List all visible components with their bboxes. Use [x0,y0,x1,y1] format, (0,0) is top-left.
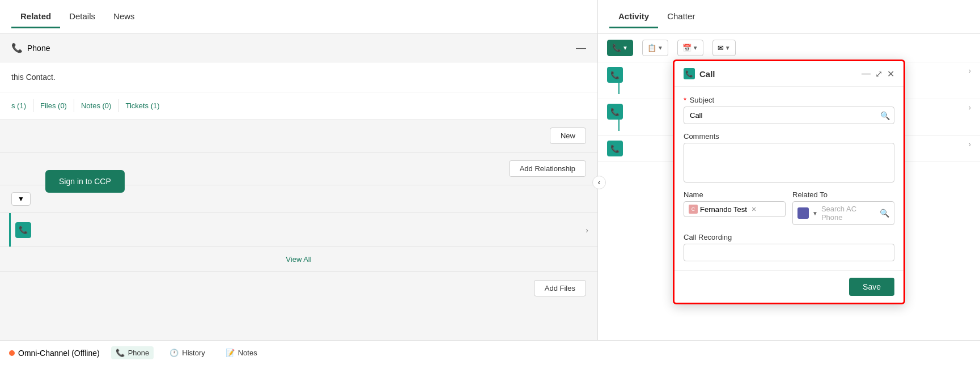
related-to-type-icon [797,207,809,219]
call-recording-label: Call Recording [684,233,894,241]
bottom-notes-tab[interactable]: 📝 Notes [221,346,262,359]
add-files-button[interactable]: Add Files [534,280,586,296]
name-related-row: Name C Fernando Test × Related To [684,190,894,225]
call-dialog-header: 📞 Call — ⤢ ✕ [674,61,903,87]
related-to-input[interactable]: ▼ Search AC Phone 🔍 [792,201,894,225]
activity-icon-1: 📞 [15,222,31,238]
bottom-history-tab[interactable]: 🕐 History [165,346,209,359]
tab-news[interactable]: News [104,6,144,28]
section-tab-files[interactable]: Files (0) [33,99,74,112]
section-tab-notes[interactable]: Notes (0) [74,99,118,112]
comments-field: Comments [684,132,894,182]
task-chevron-icon: ▼ [657,45,663,51]
subject-label: * Subject [684,96,894,104]
subject-input-wrapper: 🔍 [684,107,894,124]
view-all-link[interactable]: View All [286,255,311,264]
bottom-phone-tab[interactable]: 📞 Phone [111,346,154,359]
activity-toolbar: 📞 ▼ 📋 ▼ 📅 ▼ ✉ ▼ [598,34,980,62]
call-recording-field: Call Recording [684,233,894,261]
email-icon: ✉ [718,44,724,52]
related-to-search-icon[interactable]: 🔍 [880,209,889,218]
name-label: Name [684,190,786,199]
call-dialog-minimize-button[interactable]: — [862,69,871,79]
phone-chevron-icon: ▼ [622,45,628,51]
related-to-chevron-icon[interactable]: ▼ [812,210,818,217]
bottom-phone-label: Phone [128,349,150,357]
name-tag-label: Fernando Test [700,205,747,214]
phone-widget: 📞 Phone — [0,34,597,62]
task-icon: 📋 [647,44,656,52]
toolbar-event-button[interactable]: 📅 ▼ [677,40,703,56]
call-dialog: 📞 Call — ⤢ ✕ * Subject [673,60,905,304]
name-tag-icon: C [689,205,698,214]
section-tabs: s (1) Files (0) Notes (0) Tickets (1) [0,92,597,120]
tab-details[interactable]: Details [60,6,104,28]
related-to-label: Related To [792,190,894,199]
section-tab-tickets[interactable]: Tickets (1) [118,99,166,112]
sign-in-area: Sign in to CCP [45,170,125,193]
related-to-placeholder: Search AC Phone [821,205,876,222]
phone-widget-minimize[interactable]: — [576,42,586,54]
right-tab-bar: Activity Chatter [598,0,980,34]
dropdown-button[interactable]: ▼ [11,192,31,206]
call-recording-input[interactable] [684,244,894,261]
sign-in-button[interactable]: Sign in to CCP [45,170,125,193]
subject-search-icon: 🔍 [880,111,890,120]
subject-input[interactable] [684,107,894,124]
call-dialog-phone-icon: 📞 [684,68,695,79]
add-files-row: Add Files [0,272,597,304]
call-dialog-expand-button[interactable]: ⤢ [875,69,883,79]
omni-channel-status: Omni-Channel (Offline) [9,349,100,358]
bottom-history-label: History [182,349,205,357]
toolbar-phone-button[interactable]: 📞 ▼ [607,40,633,56]
bottom-phone-icon: 📞 [116,349,125,357]
bottom-bar: Omni-Channel (Offline) 📞 Phone 🕐 History… [0,340,980,365]
save-button[interactable]: Save [849,278,894,296]
tab-chatter[interactable]: Chatter [658,6,704,28]
tab-related[interactable]: Related [11,6,60,28]
comments-label: Comments [684,132,894,141]
activity-row-1: 📞 › [0,213,597,247]
call-dialog-title: 📞 Call [684,68,715,79]
contact-notice: this Contact. [0,62,597,92]
new-button[interactable]: New [550,128,586,144]
call-dialog-overlay: 📞 Call — ⤢ ✕ * Subject [601,60,977,340]
omni-channel-dot [9,350,15,356]
related-to-field: Related To ▼ Search AC Phone 🔍 [792,190,894,225]
name-field: Name C Fernando Test × [684,190,786,225]
section-tab-s[interactable]: s (1) [11,99,33,112]
left-tab-bar: Related Details News [0,0,597,34]
toolbar-task-button[interactable]: 📋 ▼ [642,40,668,56]
bottom-notes-label: Notes [238,349,257,357]
event-chevron-icon: ▼ [693,45,698,51]
name-tag: C Fernando Test × [684,201,786,217]
activity-chevron-1[interactable]: › [586,226,588,235]
email-chevron-icon: ▼ [725,45,731,51]
bottom-notes-icon: 📝 [226,349,235,357]
call-dialog-footer: Save [674,270,903,303]
add-relationship-button[interactable]: Add Relationship [509,160,586,177]
subject-field: * Subject 🔍 [684,96,894,124]
tab-activity[interactable]: Activity [609,6,658,28]
call-dialog-close-button[interactable]: ✕ [887,69,894,79]
phone-widget-label: Phone [27,44,50,53]
phone-widget-icon: 📞 [11,43,23,53]
call-dialog-body: * Subject 🔍 Comments [674,87,903,270]
omni-channel-label: Omni-Channel (Offline) [18,349,100,358]
view-all-row: View All [0,247,597,272]
phone-icon: 📞 [612,44,621,52]
new-button-row: New [0,120,597,152]
toolbar-email-button[interactable]: ✉ ▼ [712,40,736,56]
bottom-history-icon: 🕐 [169,349,179,357]
call-dialog-action-buttons: — ⤢ ✕ [862,69,894,79]
name-tag-close-button[interactable]: × [752,205,756,214]
calendar-icon: 📅 [682,44,691,52]
comments-textarea[interactable] [684,143,894,182]
